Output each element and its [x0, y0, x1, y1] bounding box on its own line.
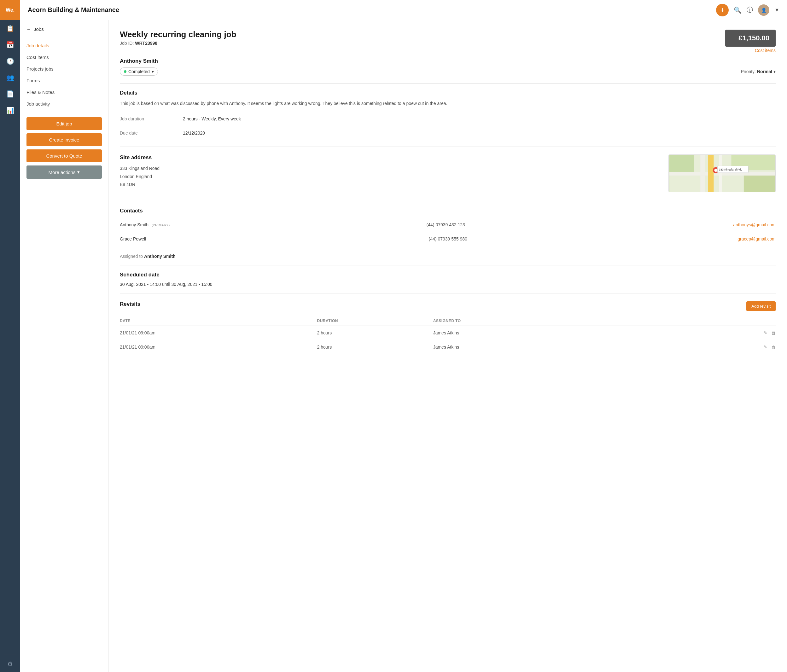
help-icon[interactable]: ⓘ	[747, 6, 753, 14]
map-svg: 333 Kingsland Rd,	[669, 155, 775, 192]
job-duration-row: Job duration 2 hours - Weekly, Every wee…	[120, 112, 776, 126]
nav-icon-reports[interactable]: 📊	[0, 102, 20, 118]
sidebar-item-forms[interactable]: Forms	[20, 75, 108, 86]
revisit-date-0: 21/01/21 09:00am	[120, 326, 317, 340]
svg-rect-7	[708, 155, 714, 192]
content-layout: ← Jobs Job detailsCost itemsProjects job…	[20, 20, 787, 672]
top-header: Acorn Building & Maintenance + 🔍 ⓘ 👤 ▼	[20, 0, 787, 20]
header-actions: + 🔍 ⓘ 👤 ▼	[716, 4, 779, 16]
map-placeholder: 333 Kingsland Rd,	[669, 155, 775, 192]
client-name: Anthony Smith	[120, 58, 776, 64]
table-row: 21/01/21 09:00am 2 hours James Atkins ✎ …	[120, 340, 776, 354]
cost-items-link[interactable]: Cost items	[725, 48, 776, 53]
status-badge[interactable]: Completed ▾	[120, 68, 158, 76]
revisit-duration-1: 2 hours	[317, 340, 433, 354]
app-logo[interactable]: We.	[0, 0, 20, 20]
assigned-row: Assigned to Anthony Smith	[120, 254, 776, 259]
divider-3	[120, 200, 776, 200]
delete-icon-1[interactable]: 🗑	[771, 344, 776, 350]
divider-2	[120, 147, 776, 147]
avatar-chevron[interactable]: ▼	[774, 7, 779, 13]
svg-rect-3	[744, 174, 775, 192]
more-actions-chevron-icon: ▾	[77, 169, 80, 175]
priority-chevron-icon: ▾	[773, 69, 776, 74]
back-link-label: Jobs	[34, 27, 44, 32]
sidebar-item-job-details[interactable]: Job details	[20, 40, 108, 51]
site-address-title: Site address	[120, 155, 661, 161]
status-chevron-icon: ▾	[152, 69, 154, 74]
due-date-value: 12/12/2020	[183, 131, 205, 136]
revisits-table: DATEDURATIONASSIGNED TO 21/01/21 09:00am…	[120, 316, 776, 354]
back-link[interactable]: ← Jobs	[20, 27, 108, 37]
revisits-section: Revisits Add revisit DATEDURATIONASSIGNE…	[120, 301, 776, 354]
revisit-actions-0: ✎ 🗑	[695, 326, 776, 340]
sidebar-item-projects-jobs[interactable]: Projects jobs	[20, 63, 108, 75]
edit-icon-0[interactable]: ✎	[764, 330, 768, 335]
job-id: Job ID: WRT23998	[120, 41, 725, 46]
contact-email-0[interactable]: anthonys@gmail.com	[733, 222, 776, 227]
sidebar-item-job-activity[interactable]: Job activity	[20, 98, 108, 110]
nav-icon-settings[interactable]: ⚙	[0, 656, 20, 672]
scheduled-end: 30 Aug, 2021 - 15:00	[171, 282, 212, 287]
search-icon[interactable]: 🔍	[734, 6, 741, 14]
nav-icon-invoices[interactable]: 📄	[0, 86, 20, 102]
priority-value: Normal	[757, 69, 772, 74]
site-address: 333 Kingsland Road London England E8 4DR	[120, 164, 661, 188]
contacts-title: Contacts	[120, 208, 776, 214]
contact-row-1: Grace Powell (44) 07939 555 980 gracep@g…	[120, 232, 776, 246]
more-actions-label: More actions	[49, 170, 76, 175]
sidebar-item-cost-items[interactable]: Cost items	[20, 51, 108, 63]
contact-name-1: Grace Powell	[120, 237, 429, 241]
job-duration-value: 2 hours - Weekly, Every week	[183, 116, 241, 121]
revisits-col-2: ASSIGNED TO	[433, 316, 695, 326]
create-invoice-button[interactable]: Create invoice	[27, 133, 102, 146]
nav-icon-people[interactable]: 👥	[0, 69, 20, 86]
divider-4	[120, 265, 776, 265]
nav-icon-clock[interactable]: 🕐	[0, 53, 20, 69]
job-id-label: Job ID:	[120, 41, 134, 46]
job-header: Weekly recurring cleaning job Job ID: WR…	[120, 30, 776, 53]
table-row: 21/01/21 09:00am 2 hours James Atkins ✎ …	[120, 326, 776, 340]
revisit-date-1: 21/01/21 09:00am	[120, 340, 317, 354]
sidebar-buttons: Edit job Create invoice Convert to Quote…	[20, 112, 108, 184]
edit-job-button[interactable]: Edit job	[27, 117, 102, 130]
revisit-assigned-0: James Atkins	[433, 326, 695, 340]
svg-rect-6	[719, 155, 722, 192]
add-revisit-button[interactable]: Add revisit	[746, 301, 776, 311]
more-actions-button[interactable]: More actions ▾	[27, 166, 102, 179]
nav-icon-jobs[interactable]: 📋	[0, 20, 20, 36]
contact-phone-0: (44) 07939 432 123	[427, 222, 733, 227]
details-description: This job is based on what was discussed …	[120, 100, 776, 107]
map-container[interactable]: 333 Kingsland Rd,	[668, 155, 776, 192]
revisits-header-row: DATEDURATIONASSIGNED TO	[120, 316, 776, 326]
nav-icon-calendar[interactable]: 📅	[0, 36, 20, 53]
price-display: £1,150.00	[725, 30, 776, 47]
delete-icon-0[interactable]: 🗑	[771, 330, 776, 335]
main-content: Weekly recurring cleaning job Job ID: WR…	[109, 20, 787, 672]
site-info: Site address 333 Kingsland Road London E…	[120, 155, 661, 192]
scheduled-title: Scheduled date	[120, 272, 776, 278]
contacts-section: Contacts Anthony Smith (PRIMARY) (44) 07…	[120, 208, 776, 246]
priority-text: Priority: Normal ▾	[741, 69, 776, 74]
revisits-header: Revisits Add revisit	[120, 301, 776, 311]
edit-icon-1[interactable]: ✎	[764, 344, 768, 350]
svg-rect-1	[669, 155, 694, 174]
divider-1	[120, 83, 776, 84]
sidebar-nav: Job detailsCost itemsProjects jobsFormsF…	[20, 40, 108, 110]
scheduled-start: 30 Aug, 2021 - 14:00	[120, 282, 161, 287]
job-title-block: Weekly recurring cleaning job Job ID: WR…	[120, 30, 725, 46]
job-id-value: WRT23998	[135, 41, 157, 46]
revisits-col-actions	[695, 316, 776, 326]
icon-sidebar: We. 📋 📅 🕐 👥 📄 📊 ⚙	[0, 0, 20, 672]
left-sidebar: ← Jobs Job detailsCost itemsProjects job…	[20, 20, 109, 672]
sidebar-item-files-notes[interactable]: Files & Notes	[20, 86, 108, 98]
scheduled-dates: 30 Aug, 2021 - 14:00 until 30 Aug, 2021 …	[120, 282, 776, 287]
add-button[interactable]: +	[716, 4, 729, 16]
site-address-line1: 333 Kingsland Road	[120, 164, 661, 172]
contact-email-1[interactable]: gracep@gmail.com	[738, 237, 776, 241]
convert-to-quote-button[interactable]: Convert to Quote	[27, 150, 102, 162]
avatar[interactable]: 👤	[758, 5, 770, 16]
back-arrow-icon: ←	[27, 27, 31, 32]
app-title: Acorn Building & Maintenance	[28, 6, 716, 14]
site-section: Site address 333 Kingsland Road London E…	[120, 155, 776, 192]
